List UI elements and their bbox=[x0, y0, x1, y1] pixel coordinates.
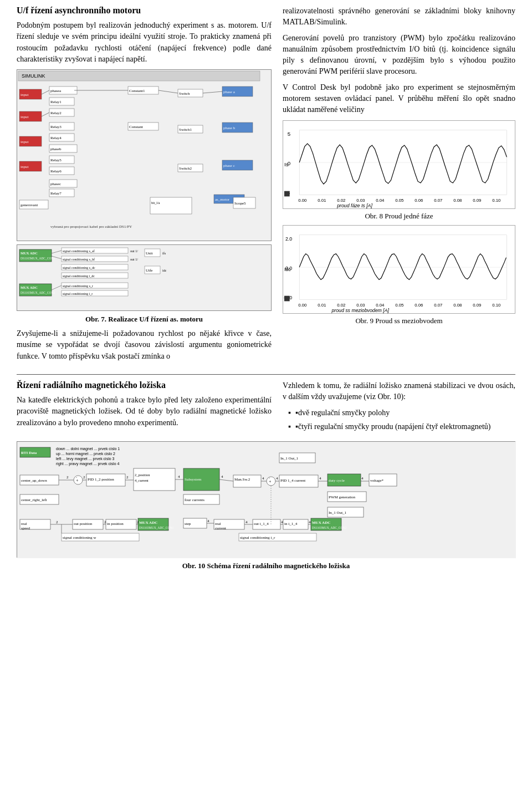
svg-text:2.0: 2.0 bbox=[285, 236, 292, 241]
svg-text:phase c: phase c bbox=[223, 164, 235, 168]
svg-text:down ... dolni magnet ... prve: down ... dolni magnet ... prvek cislo 1 bbox=[56, 447, 120, 451]
svg-text:Relay1: Relay1 bbox=[50, 100, 62, 104]
right-para2: Generování povelů pro tranzistory (PWM) … bbox=[283, 33, 515, 78]
svg-text:Relay3: Relay3 bbox=[50, 125, 62, 129]
svg-text:0.10: 0.10 bbox=[492, 198, 501, 203]
svg-text:2: 2 bbox=[137, 520, 139, 524]
simulink-svg-top: SIMULINK input input input input phasea bbox=[17, 70, 261, 239]
svg-rect-109 bbox=[284, 191, 290, 196]
svg-text:0.00: 0.00 bbox=[298, 198, 307, 203]
svg-text:0.02: 0.02 bbox=[337, 198, 345, 203]
bottom-right-para1: Vzhledem k tomu, že radiální ložisko zna… bbox=[283, 380, 515, 403]
svg-text:current: current bbox=[215, 526, 226, 530]
svg-text:phase b: phase b bbox=[223, 126, 236, 130]
svg-text:4: 4 bbox=[319, 476, 321, 481]
svg-text:signal conditioning i_dc: signal conditioning i_dc bbox=[63, 274, 95, 278]
svg-text:input: input bbox=[21, 165, 28, 169]
svg-text:DS1103MUX_ADC_CON2: DS1103MUX_ADC_CON2 bbox=[312, 526, 346, 529]
svg-text:4_current: 4_current bbox=[135, 478, 149, 482]
svg-text:4: 4 bbox=[262, 476, 264, 481]
svg-text:2: 2 bbox=[56, 520, 58, 524]
svg-text:0.03: 0.03 bbox=[356, 198, 365, 203]
svg-text:up ... horni magnet ... prvek : up ... horni magnet ... prvek cislo 2 bbox=[56, 452, 115, 456]
svg-text:In_1    Out_1: In_1 Out_1 bbox=[280, 456, 299, 461]
svg-rect-61 bbox=[17, 245, 261, 309]
svg-text:0.08: 0.08 bbox=[453, 303, 462, 308]
svg-text:signal conditioning s_dc: signal conditioning s_dc bbox=[63, 266, 95, 269]
svg-text:MUX ADC: MUX ADC bbox=[21, 285, 38, 289]
svg-text:PID 1_2 position: PID 1_2 position bbox=[88, 477, 114, 482]
svg-text:duty cycle: duty cycle bbox=[329, 478, 345, 483]
svg-text:Is: Is bbox=[284, 161, 289, 167]
svg-text:0.09: 0.09 bbox=[473, 303, 481, 308]
svg-rect-1 bbox=[18, 71, 260, 81]
svg-text:0.04: 0.04 bbox=[376, 303, 385, 308]
svg-text:signal conditioning s_r: signal conditioning s_r bbox=[63, 284, 93, 288]
svg-text:Switch1: Switch1 bbox=[179, 127, 192, 132]
svg-text:Idc: Idc bbox=[284, 266, 291, 272]
section-divider bbox=[17, 374, 515, 375]
simulink-fig10: RTI Data down ... dolni magnet ... prvek… bbox=[17, 441, 515, 558]
chart8-container: 5 0 Is -5 0.00 0.01 0.02 0.03 0.04 bbox=[283, 120, 515, 209]
svg-text:SIMULINK: SIMULINK bbox=[22, 73, 45, 79]
svg-text:phase a: phase a bbox=[223, 90, 236, 94]
svg-text:ifs: ifs bbox=[162, 252, 166, 255]
svg-text:input: input bbox=[21, 140, 28, 144]
svg-text:out 1/: out 1/ bbox=[130, 258, 138, 261]
svg-text:signal conditioning s_bf: signal conditioning s_bf bbox=[63, 258, 95, 261]
svg-text:0.07: 0.07 bbox=[434, 198, 442, 203]
main-heading: U/f řízení asynchronního motoru bbox=[17, 6, 272, 16]
svg-text:PWM generation: PWM generation bbox=[329, 495, 356, 499]
left-para2: Zvyšujeme-li a snižujeme-li požadovanou … bbox=[17, 328, 272, 362]
svg-text:right ... pravy magnet ... prv: right ... pravy magnet ... prvek cislo 4 bbox=[56, 462, 119, 466]
svg-text:5: 5 bbox=[288, 130, 290, 136]
svg-text:phasea: phasea bbox=[50, 89, 62, 93]
simulink-diagram-top: SIMULINK input input input input phasea bbox=[17, 69, 272, 241]
fig10-caption: Obr. 10 Schéma řízení radálního magnetic… bbox=[17, 561, 515, 571]
svg-text:idc: idc bbox=[162, 269, 167, 272]
svg-text:+: + bbox=[269, 479, 272, 484]
svg-text:2: 2 bbox=[83, 475, 85, 479]
svg-text:Switch2: Switch2 bbox=[179, 166, 192, 171]
svg-text:four currents: four currents bbox=[185, 498, 204, 502]
svg-text:0.10: 0.10 bbox=[492, 303, 501, 308]
svg-text:Constant: Constant bbox=[129, 125, 143, 129]
chart9-container: 2.0 0.0 Idc -2.0 0.00 0.01 0.02 0.03 0.0… bbox=[283, 225, 515, 314]
svg-text:0.06: 0.06 bbox=[415, 198, 423, 203]
svg-text:Relay7: Relay7 bbox=[50, 191, 62, 196]
svg-text:Relay5: Relay5 bbox=[50, 158, 62, 162]
svg-text:proud fáze Is [A]: proud fáze Is [A] bbox=[336, 202, 372, 208]
svg-text:input: input bbox=[21, 115, 28, 119]
svg-text:out position: out position bbox=[74, 522, 93, 526]
chart9-svg: 2.0 0.0 Idc -2.0 0.00 0.01 0.02 0.03 0.0… bbox=[283, 226, 515, 314]
right-para3: V Control Desk byl podobně jako pro expe… bbox=[283, 82, 515, 116]
svg-text:generovani: generovani bbox=[21, 203, 38, 207]
bullet-text-1: dvě regulační smyčky polohy bbox=[298, 407, 390, 419]
svg-text:4: 4 bbox=[245, 520, 248, 524]
svg-text:Constant1: Constant1 bbox=[129, 89, 145, 93]
svg-text:MUX ADC: MUX ADC bbox=[139, 520, 157, 525]
svg-text:vybraná pro propojovaci kabel : vybraná pro propojovaci kabel pro základ… bbox=[50, 224, 132, 229]
svg-text:speed: speed bbox=[21, 526, 30, 530]
svg-text:4: 4 bbox=[276, 476, 278, 481]
svg-text:0.08: 0.08 bbox=[453, 198, 462, 203]
svg-text:0.04: 0.04 bbox=[376, 198, 385, 203]
svg-text:In_1    Out_1: In_1 Out_1 bbox=[329, 511, 347, 515]
bullet-item-1: ▪ dvě regulační smyčky polohy bbox=[288, 407, 515, 419]
bullet-text-2: čtyři regulační smyčky proudu (napájení … bbox=[298, 421, 491, 432]
svg-text:MUX ADC: MUX ADC bbox=[21, 251, 38, 255]
svg-text:4: 4 bbox=[207, 519, 209, 523]
simulink-svg-bottom: MUX ADC DS1103MUX_ADC_CON1 signal condit… bbox=[17, 245, 261, 309]
svg-text:0.05: 0.05 bbox=[395, 198, 403, 203]
svg-text:-: - bbox=[269, 476, 270, 479]
bottom-section: Řízení radiálního magnetického ložiska N… bbox=[17, 380, 515, 436]
svg-text:in position: in position bbox=[107, 522, 124, 526]
svg-text:0.01: 0.01 bbox=[318, 303, 326, 308]
svg-text:proud ss meziobvodem [A]: proud ss meziobvodem [A] bbox=[331, 307, 389, 313]
svg-text:RTI Data: RTI Data bbox=[21, 451, 37, 455]
svg-text:0.05: 0.05 bbox=[395, 303, 403, 308]
svg-text:0.09: 0.09 bbox=[473, 198, 481, 203]
svg-text:2_position: 2_position bbox=[135, 473, 150, 477]
svg-text:real: real bbox=[215, 522, 221, 526]
svg-text:2: 2 bbox=[126, 475, 129, 479]
